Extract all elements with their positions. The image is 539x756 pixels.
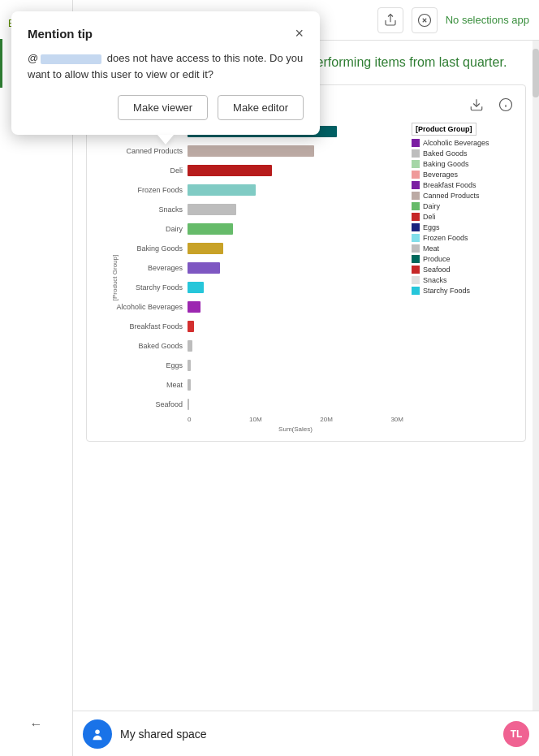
legend-item: Starchy Foods xyxy=(412,287,517,295)
bar-row: Canned Products xyxy=(188,142,403,160)
popup-body: @ does not have access to this note. Do … xyxy=(28,50,304,82)
bar-label: Breakfast Foods xyxy=(103,318,186,335)
legend-item: Canned Products xyxy=(412,192,517,200)
shared-space-icon xyxy=(83,719,112,749)
legend-color-swatch xyxy=(412,149,420,158)
legend-color-swatch xyxy=(412,276,420,284)
share-icon-button[interactable] xyxy=(377,7,403,33)
legend-color-swatch xyxy=(412,171,420,179)
x-axis-ticks: 0 10M 20M 30M xyxy=(188,416,403,423)
bar-fill xyxy=(188,399,189,410)
legend-color-swatch xyxy=(412,139,420,147)
bar-fill xyxy=(188,184,256,196)
bottom-bar: My shared space TL xyxy=(73,711,539,756)
popup-actions: Make viewer Make editor xyxy=(28,95,304,120)
chart-bars-area: [Product Group] ProduceCanned ProductsDe… xyxy=(95,123,403,433)
bar-label: Frozen Foods xyxy=(103,181,186,199)
chart-export-icon[interactable] xyxy=(465,93,488,116)
bar-fill xyxy=(188,145,314,157)
legend-color-swatch xyxy=(412,255,420,263)
chart-body: [Product Group] ProduceCanned ProductsDe… xyxy=(95,123,517,433)
legend-item-label: Starchy Foods xyxy=(423,287,470,295)
legend-item: Seafood xyxy=(412,266,517,274)
tick-30m: 30M xyxy=(390,416,403,423)
bar-row: Dairy xyxy=(188,220,403,238)
legend-color-swatch xyxy=(412,181,420,189)
bar-label: Baking Goods xyxy=(103,240,186,257)
bar-label: Starchy Foods xyxy=(103,279,186,296)
bars-container: ProduceCanned ProductsDeliFrozen FoodsSn… xyxy=(188,123,403,413)
legend-items: Alcoholic BeveragesBaked GoodsBaking Goo… xyxy=(412,139,517,295)
legend-item-label: Meat xyxy=(423,244,439,253)
popup-user-blur xyxy=(41,54,101,64)
bar-row: Frozen Foods xyxy=(188,181,403,199)
mention-tip-popup: Mention tip × @ does not have access to … xyxy=(11,11,320,135)
bar-row: Meat xyxy=(188,376,403,394)
legend-item-label: Breakfast Foods xyxy=(423,181,476,189)
legend-item: Deli xyxy=(412,213,517,221)
legend-item: Baked Goods xyxy=(412,149,517,158)
bar-label: Meat xyxy=(103,376,186,394)
legend-item: Alcoholic Beverages xyxy=(412,139,517,147)
legend-item: Baking Goods xyxy=(412,160,517,168)
legend-color-swatch xyxy=(412,244,420,253)
scrollbar[interactable] xyxy=(533,41,539,711)
legend-item-label: Canned Products xyxy=(423,192,480,200)
legend-item-label: Baked Goods xyxy=(423,149,468,158)
bar-row: Alcoholic Beverages xyxy=(188,298,403,316)
bar-fill xyxy=(188,243,223,254)
bar-row: Snacks xyxy=(188,201,403,218)
tick-10m: 10M xyxy=(249,416,262,423)
share-icon xyxy=(383,13,398,28)
bar-label: Seafood xyxy=(103,395,186,413)
chart-info-icon[interactable] xyxy=(494,93,517,116)
bar-fill xyxy=(188,360,191,371)
legend-item-label: Dairy xyxy=(423,202,440,210)
notes-panel: @ Take a look at the top-performing item… xyxy=(73,41,539,711)
collapse-icon: ← xyxy=(30,717,43,732)
bar-label: Beverages xyxy=(103,259,186,277)
legend-item-label: Deli xyxy=(423,213,436,221)
bar-fill xyxy=(188,282,204,293)
bar-fill xyxy=(188,204,236,215)
popup-header: Mention tip × xyxy=(28,26,304,41)
user-avatar: TL xyxy=(503,721,529,747)
shared-space-label: My shared space xyxy=(120,728,495,741)
bar-row: Deli xyxy=(188,162,403,179)
x-axis-label: Sum(Sales) xyxy=(188,426,403,433)
bar-fill xyxy=(188,223,233,235)
legend-color-swatch xyxy=(412,160,420,168)
cancel-icon xyxy=(417,13,432,28)
bar-fill xyxy=(188,340,192,352)
scroll-thumb[interactable] xyxy=(533,49,539,97)
chart-container: [Product Group] ProduceCanned ProductsDe… xyxy=(86,84,526,442)
chart-legend: [Product Group] Alcoholic BeveragesBaked… xyxy=(412,123,517,433)
bar-label: Alcoholic Beverages xyxy=(103,298,186,316)
bar-row: Seafood xyxy=(188,395,403,413)
legend-item: Produce xyxy=(412,255,517,263)
legend-color-swatch xyxy=(412,287,420,295)
bar-row: Breakfast Foods xyxy=(188,318,403,335)
home-icon xyxy=(88,725,106,743)
bar-fill xyxy=(188,262,220,274)
cancel-selections-icon-button[interactable] xyxy=(412,7,438,33)
no-selections-label: No selections app xyxy=(446,14,529,26)
bar-row: Starchy Foods xyxy=(188,279,403,296)
legend-item-label: Produce xyxy=(423,255,451,263)
bar-label: Snacks xyxy=(103,201,186,218)
legend-item: Frozen Foods xyxy=(412,234,517,242)
legend-item-label: Baking Goods xyxy=(423,160,469,168)
popup-close-button[interactable]: × xyxy=(295,26,304,41)
legend-item-label: Beverages xyxy=(423,171,458,179)
make-viewer-button[interactable]: Make viewer xyxy=(118,95,208,120)
make-editor-button[interactable]: Make editor xyxy=(218,95,304,120)
bar-row: Beverages xyxy=(188,259,403,277)
legend-item-label: Eggs xyxy=(423,223,440,231)
legend-item-label: Seafood xyxy=(423,266,451,274)
bar-row: Baked Goods xyxy=(188,337,403,355)
legend-item-label: Alcoholic Beverages xyxy=(423,139,489,147)
sidebar-collapse-button[interactable]: ← xyxy=(0,709,72,740)
popup-arrow xyxy=(157,135,174,145)
legend-color-swatch xyxy=(412,192,420,200)
legend-color-swatch xyxy=(412,266,420,274)
